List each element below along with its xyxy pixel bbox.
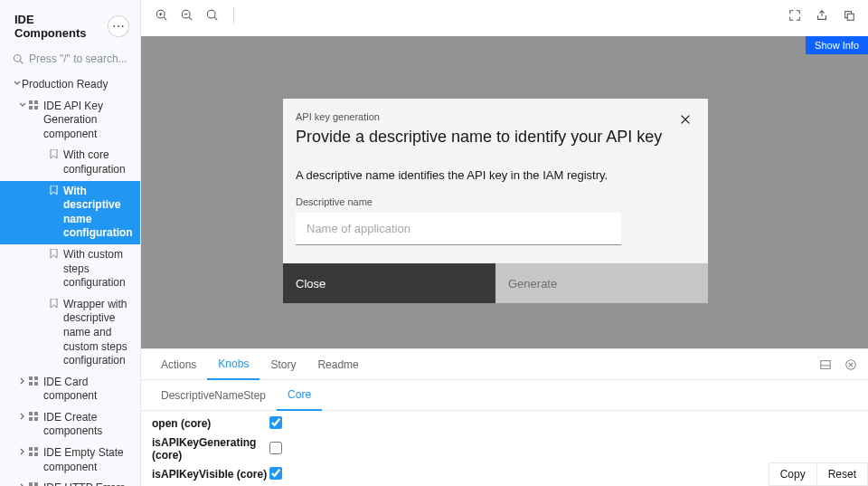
addons-tab-actions[interactable]: Actions	[150, 349, 207, 380]
zoom-out-button[interactable]	[179, 7, 195, 24]
knobs-sub-tab[interactable]: Core	[277, 380, 322, 411]
tree-item[interactable]: With descriptive name configuration	[0, 181, 140, 244]
svg-rect-47	[821, 360, 831, 368]
svg-rect-14	[29, 447, 33, 451]
tree-item-label: IDE Create components	[43, 411, 135, 439]
grid-icon	[27, 376, 40, 386]
svg-rect-5	[34, 106, 38, 110]
tree-item[interactable]: IDE API Key Generation component	[0, 96, 140, 146]
copy-link-button[interactable]	[841, 7, 857, 24]
chevron-down-icon	[18, 101, 27, 109]
tree-item[interactable]: IDE Card component	[0, 372, 140, 407]
bookmark-icon	[47, 149, 60, 159]
open-external-button[interactable]	[814, 7, 830, 24]
zoom-in-button[interactable]	[154, 7, 170, 24]
tree-item-label: IDE Empty State component	[43, 446, 135, 474]
copy-icon	[843, 9, 855, 22]
svg-rect-4	[29, 106, 33, 110]
svg-rect-18	[29, 482, 33, 486]
knobs-body: open (core)isAPIKeyGenerating (core)isAP…	[141, 411, 868, 486]
zoom-reset-icon	[206, 9, 219, 22]
descriptive-name-input[interactable]	[296, 213, 621, 245]
knobs-copy-button[interactable]: Copy	[769, 463, 816, 485]
main: Show Info API key generation Provide a d…	[141, 0, 868, 486]
close-icon	[679, 113, 692, 126]
zoom-in-icon	[156, 9, 168, 22]
svg-rect-13	[34, 417, 38, 421]
knob-control	[269, 467, 282, 482]
svg-rect-7	[34, 376, 38, 380]
svg-rect-19	[34, 482, 38, 486]
svg-rect-6	[29, 376, 33, 380]
tree-category[interactable]: Production Ready	[0, 74, 140, 96]
modal-generate-button[interactable]: Generate	[495, 263, 708, 303]
topbar-right	[787, 7, 859, 24]
grid-icon	[27, 412, 40, 421]
topbar	[141, 0, 868, 36]
topbar-left	[150, 7, 234, 24]
sidebar-title: IDE Components	[14, 13, 108, 40]
svg-rect-10	[29, 412, 33, 415]
svg-rect-12	[29, 417, 33, 421]
sidebar-tree: Production ReadyIDE API Key Generation c…	[0, 74, 140, 486]
tree-item-label: Production Ready	[22, 78, 135, 92]
zoom-out-icon	[181, 9, 193, 22]
bookmark-icon	[47, 186, 60, 195]
api-key-modal: API key generation Provide a descriptive…	[283, 99, 708, 303]
svg-rect-8	[29, 382, 33, 386]
bookmark-icon	[47, 299, 60, 309]
svg-point-41	[207, 10, 215, 18]
modal-close-action-button[interactable]: Close	[283, 263, 495, 303]
knob-checkbox[interactable]	[269, 467, 282, 480]
tree-item[interactable]: Wrapper with descriptive name and custom…	[0, 294, 140, 372]
tree-item-label: IDE API Key Generation component	[43, 100, 135, 142]
knob-checkbox[interactable]	[269, 442, 282, 454]
sidebar-search[interactable]: Press "/" to search...	[0, 49, 140, 74]
addons-tab-readme[interactable]: Readme	[307, 349, 369, 380]
zoom-reset-button[interactable]	[204, 7, 221, 24]
knobs-sub-tabs: DescriptiveNameStepCore	[141, 380, 868, 411]
knobs-sub-tab[interactable]: DescriptiveNameStep	[150, 380, 277, 411]
addons-tab-story[interactable]: Story	[259, 349, 307, 380]
tree-item[interactable]: IDE Create components	[0, 407, 140, 443]
sidebar-header: IDE Components ⋯	[0, 0, 140, 49]
fullscreen-icon	[788, 9, 801, 22]
tree-item[interactable]: IDE HTTP Errors	[0, 478, 140, 486]
fullscreen-button[interactable]	[787, 7, 803, 24]
field-label: Descriptive name	[296, 196, 695, 207]
modal-close-button[interactable]	[675, 111, 695, 128]
ellipsis-icon: ⋯	[112, 19, 125, 33]
knob-control	[269, 416, 282, 432]
svg-rect-44	[847, 14, 854, 20]
chevron-right-icon	[18, 448, 27, 455]
tree-item[interactable]: With custom steps configuration	[0, 244, 140, 294]
svg-line-1	[20, 61, 23, 63]
svg-rect-16	[29, 453, 33, 456]
knob-name: isAPIKeyVisible (core)	[152, 468, 269, 481]
canvas: Show Info API key generation Provide a d…	[141, 36, 868, 348]
knob-control	[269, 442, 282, 457]
grid-icon	[27, 447, 40, 456]
tree-item-label: With custom steps configuration	[63, 248, 135, 291]
addons-close-button[interactable]	[843, 357, 859, 373]
tree-item-label: With descriptive name configuration	[63, 185, 138, 241]
show-info-button[interactable]: Show Info	[806, 36, 868, 54]
search-placeholder: Press "/" to search...	[29, 52, 127, 65]
tree-item-label: With core configuration	[63, 148, 135, 176]
chevron-right-icon	[18, 413, 27, 420]
tree-item[interactable]: With core configuration	[0, 145, 140, 180]
addons-orient-button[interactable]	[817, 357, 834, 373]
knob-name: isAPIKeyGenerating (core)	[152, 436, 269, 462]
addons-tab-knobs[interactable]: Knobs	[207, 349, 259, 380]
topbar-separator	[233, 7, 234, 24]
knobs-reset-button[interactable]: Reset	[816, 463, 867, 485]
open-external-icon	[816, 9, 828, 22]
knob-checkbox[interactable]	[269, 416, 282, 429]
knob-name: open (core)	[152, 417, 269, 430]
sidebar-menu-button[interactable]: ⋯	[108, 15, 129, 37]
knob-row: isAPIKeyVisible (core)	[141, 462, 868, 486]
svg-rect-17	[34, 453, 38, 456]
tree-item[interactable]: IDE Empty State component	[0, 443, 140, 478]
svg-rect-11	[34, 412, 38, 415]
svg-rect-2	[29, 100, 33, 104]
